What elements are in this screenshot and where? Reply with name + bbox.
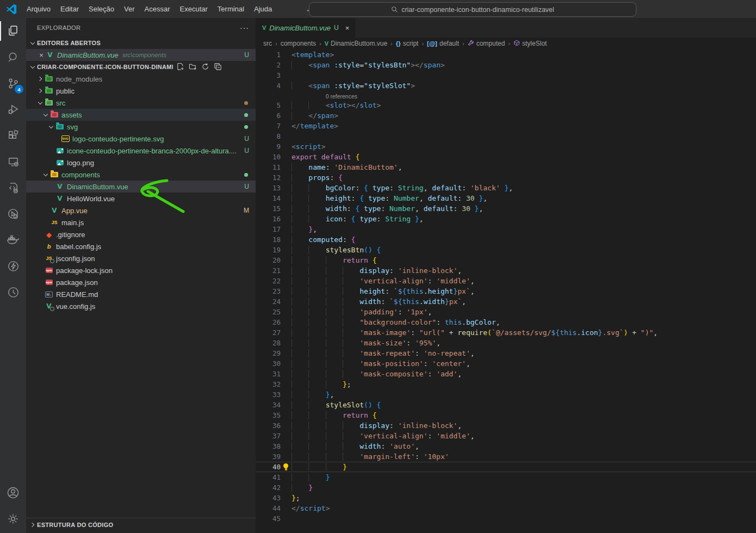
code-line-37[interactable]: 37 'vertical-align': 'middle',	[256, 431, 756, 441]
code-line-40[interactable]: 40 }	[256, 462, 756, 472]
lightbulb-icon[interactable]	[282, 463, 289, 470]
tree-item-icone-conteudo-pertinente-branca-2000px-de-altura-[interactable]: icone-conteudo-pertinente-branca-2000px-…	[26, 145, 256, 157]
settings-icon[interactable]	[0, 506, 26, 532]
code-line-16[interactable]: 16 icon: { type: String },	[256, 214, 756, 224]
code-line-18[interactable]: 18 computed: {	[256, 234, 756, 245]
code-line-9[interactable]: 9<script>	[256, 141, 756, 152]
extensions-icon[interactable]	[0, 122, 26, 148]
code-runner-icon[interactable]	[0, 175, 26, 201]
more-actions-icon[interactable]: ···	[240, 23, 249, 32]
code-line-24[interactable]: 24 width: `${this.width}px`,	[256, 296, 756, 307]
docker-icon[interactable]	[0, 227, 26, 253]
open-editor-item[interactable]: ×VDinamicButtom.vuesrc\componentsU	[26, 49, 256, 61]
code-line-43[interactable]: 43};	[256, 493, 756, 503]
tree-item-main-js[interactable]: JSmain.js	[26, 216, 256, 228]
code-line-31[interactable]: 31 'mask-composite': 'add',	[256, 369, 756, 379]
code-line-7[interactable]: 7</template>	[256, 121, 756, 131]
menu-ver[interactable]: Ver	[119, 0, 140, 18]
refresh-icon[interactable]	[201, 63, 209, 72]
breadcrumb-default[interactable]: [@]default	[427, 40, 459, 47]
chevron-down-icon[interactable]	[41, 110, 50, 119]
tree-item-app-vue[interactable]: VApp.vueM	[26, 204, 256, 216]
code-line-1[interactable]: 1<template>	[256, 49, 756, 60]
tree-item-components[interactable]: components	[26, 169, 256, 181]
tree-item-assets[interactable]: assets	[26, 109, 256, 121]
tree-item-svg[interactable]: svg	[26, 121, 256, 133]
code-line-36[interactable]: 36 display: 'inline-block',	[256, 420, 756, 431]
code-line-33[interactable]: 33 },	[256, 389, 756, 400]
code-line-10[interactable]: 10export default {	[256, 152, 756, 162]
new-folder-icon[interactable]	[189, 63, 197, 72]
code-line-14[interactable]: 14 height: { type: Number, default: 30 }…	[256, 193, 756, 203]
new-file-icon[interactable]	[176, 63, 184, 72]
tree-item-src[interactable]: src	[26, 97, 256, 109]
menu-editar[interactable]: Editar	[55, 0, 84, 18]
tab-dinamicbuttom[interactable]: V DinamicButtom.vue U ×	[256, 18, 355, 38]
tree-item-public[interactable]: public	[26, 85, 256, 97]
tree-item-helloworld-vue[interactable]: VHelloWorld.vue	[26, 193, 256, 204]
code-line-21[interactable]: 21 display: 'inline-block',	[256, 265, 756, 276]
menu-seleção[interactable]: Seleção	[84, 0, 119, 18]
tree-item-package-lock-json[interactable]: npmpackage-lock.json	[26, 264, 256, 276]
breadcrumb-script[interactable]: {}script	[396, 40, 419, 47]
code-line-32[interactable]: 32 };	[256, 379, 756, 389]
search-icon[interactable]	[0, 44, 26, 70]
tree-item-vue-config-js[interactable]: Vvue.config.js	[26, 300, 256, 312]
codelens[interactable]: 0 references	[256, 91, 756, 100]
outline-header[interactable]: ESTRUTURA DO CÓDIGO	[26, 518, 256, 531]
code-line-22[interactable]: 22 'vertical-align': 'middle',	[256, 276, 756, 286]
code-line-42[interactable]: 42 }	[256, 482, 756, 493]
code-line-41[interactable]: 41 }	[256, 472, 756, 482]
tree-item-logo-png[interactable]: logo.png	[26, 157, 256, 169]
account-icon[interactable]	[0, 480, 26, 506]
close-icon[interactable]: ×	[37, 51, 46, 59]
code-line-44[interactable]: 44</script>	[256, 503, 756, 513]
code-line-38[interactable]: 38 width: 'auto',	[256, 441, 756, 451]
code-line-3[interactable]: 3	[256, 70, 756, 80]
code-line-23[interactable]: 23 height: `${this.height}px`,	[256, 286, 756, 296]
code-line-15[interactable]: 15 width: { type: Number, default: 30 },	[256, 203, 756, 214]
breadcrumb-dinamicbuttom-vue[interactable]: VDinamicButtom.vue	[325, 40, 387, 47]
collapse-all-icon[interactable]	[214, 63, 222, 72]
tree-item-readme-md[interactable]: M↓README.md	[26, 288, 256, 300]
code-line-2[interactable]: 2 <span :style="stylesBtn"></span>	[256, 60, 756, 70]
breadcrumb-styleslot[interactable]: styleSlot	[513, 40, 547, 48]
live-preview-icon[interactable]	[0, 201, 26, 227]
code-line-26[interactable]: 26 "background-color": this.bgColor,	[256, 317, 756, 327]
menu-executar[interactable]: Executar	[175, 0, 213, 18]
source-control-icon[interactable]: 4	[0, 70, 26, 96]
project-section-header[interactable]: CRIAR-COMPONENTE-ICON-BUTTON-DINAMICO-RE…	[26, 61, 256, 73]
chevron-right-icon[interactable]	[36, 86, 45, 95]
tree-item-jsconfig-json[interactable]: JSjsconfig.json	[26, 252, 256, 264]
menu-arquivo[interactable]: Arquivo	[22, 0, 55, 18]
code-line-27[interactable]: 27 'mask-image': "url(" + require(`@/ass…	[256, 327, 756, 338]
tree-item-package-json[interactable]: npmpackage.json	[26, 276, 256, 288]
code-line-39[interactable]: 39 'margin-left': '10px'	[256, 451, 756, 462]
code-line-13[interactable]: 13 bgColor: { type: String, default: 'bl…	[256, 183, 756, 193]
command-center-search[interactable]: criar-componente-icon-button-dinamico-re…	[309, 2, 636, 17]
tree-item--gitignore[interactable]: ◆.gitignore	[26, 228, 256, 240]
code-line-34[interactable]: 34 styleSlot() {	[256, 400, 756, 410]
menu-acessar[interactable]: Acessar	[140, 0, 175, 18]
code-line-20[interactable]: 20 return {	[256, 255, 756, 265]
code-line-12[interactable]: 12 props: {	[256, 172, 756, 183]
code-line-4[interactable]: 4 <span :style="styleSlot">	[256, 80, 756, 91]
code-line-6[interactable]: 6 </span>	[256, 110, 756, 121]
code-line-29[interactable]: 29 'mask-repeat': 'no-repeat',	[256, 348, 756, 358]
open-editors-header[interactable]: EDITORES ABERTOS	[26, 37, 256, 49]
explorer-icon[interactable]	[0, 18, 26, 44]
tree-item-dinamicbuttom-vue[interactable]: VDinamicButtom.vueU	[26, 181, 256, 193]
tree-item-logo-conteudo-pertinente-svg[interactable]: SVGlogo-conteudo-pertinente.svgU	[26, 133, 256, 145]
code-line-5[interactable]: 5 <slot></slot>	[256, 100, 756, 110]
code-line-11[interactable]: 11 name: 'DinamicButtom',	[256, 162, 756, 172]
tree-item-node-modules[interactable]: node_modules	[26, 73, 256, 85]
tree-item-babel-config-js[interactable]: bbabel.config.js	[26, 240, 256, 252]
breadcrumb-components[interactable]: components	[281, 40, 316, 47]
tab-close-icon[interactable]: ×	[345, 24, 350, 32]
menu-terminal[interactable]: Terminal	[213, 0, 249, 18]
code-line-25[interactable]: 25 'padding': '1px',	[256, 307, 756, 317]
code-line-19[interactable]: 19 stylesBtn() {	[256, 245, 756, 255]
code-line-30[interactable]: 30 'mask-position': 'center',	[256, 358, 756, 369]
code-line-8[interactable]: 8	[256, 131, 756, 141]
chevron-down-icon[interactable]	[47, 122, 55, 131]
